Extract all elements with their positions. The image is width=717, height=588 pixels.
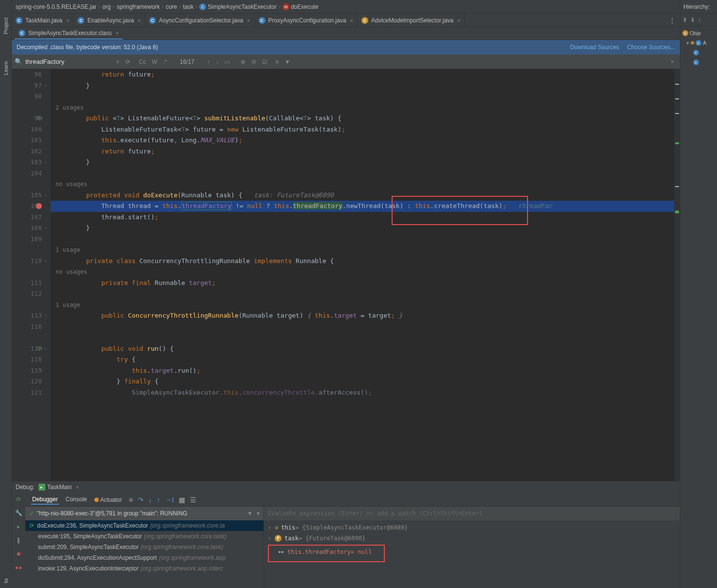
remove-selection-icon[interactable]: ⊖ bbox=[251, 58, 256, 65]
fold-icon[interactable]: ⌐ bbox=[45, 343, 47, 355]
tabs-more-icon[interactable]: ⋮ bbox=[664, 17, 680, 24]
tree-row[interactable]: ▾ ✱ C A bbox=[682, 38, 715, 48]
filter-icon[interactable]: ▼ bbox=[247, 510, 253, 517]
tab-advicemode[interactable]: C AdviceModeImportSelector.java × bbox=[358, 14, 465, 27]
breadcrumb-part[interactable]: task bbox=[183, 3, 193, 10]
fold-icon[interactable]: ⌐ bbox=[45, 80, 47, 92]
threads-icon[interactable]: ≡ bbox=[129, 496, 132, 504]
download-sources-link[interactable]: Download Sources bbox=[570, 44, 620, 51]
search-input[interactable] bbox=[25, 58, 113, 65]
usages-hint[interactable]: 2 usages bbox=[51, 102, 674, 114]
tab-asyncconfigselector[interactable]: C AsyncConfigurationSelector.java × bbox=[145, 14, 254, 27]
debug-run-tab[interactable]: ▸ TaskMain × bbox=[38, 484, 79, 491]
expand-icon[interactable]: › bbox=[268, 524, 273, 531]
words-toggle[interactable]: W bbox=[152, 58, 157, 65]
toggle-icon[interactable]: ≡ bbox=[275, 58, 279, 65]
filter-icon[interactable]: ▼ bbox=[284, 58, 290, 65]
step-over-icon[interactable]: ↷ bbox=[138, 496, 144, 504]
tree-row[interactable]: C Obje bbox=[682, 28, 715, 38]
tree-row[interactable]: C bbox=[682, 48, 715, 57]
fold-icon[interactable]: ⌐ bbox=[45, 256, 47, 267]
usages-hint[interactable]: no usages bbox=[51, 179, 674, 190]
frame-row[interactable]: submit:209, SimpleAsyncTaskExecutor (org… bbox=[25, 542, 264, 552]
history-icon[interactable]: ⟳ bbox=[125, 58, 130, 65]
override-icon[interactable]: O↑ bbox=[37, 343, 43, 355]
step-into-icon[interactable]: ↓ bbox=[149, 496, 152, 504]
more-icon[interactable]: ☰ bbox=[190, 496, 196, 504]
fold-icon[interactable]: ⌐ bbox=[45, 157, 47, 168]
evaluate-icon[interactable]: ▦ bbox=[179, 496, 185, 504]
select-all-icon[interactable]: ▭ bbox=[225, 58, 230, 65]
close-icon[interactable]: × bbox=[138, 18, 141, 23]
tab-taskmain[interactable]: C TaskMain.java × bbox=[12, 14, 74, 27]
stop-icon[interactable]: ■ bbox=[14, 550, 23, 558]
class-icon: C bbox=[259, 17, 265, 24]
frame-row[interactable]: doSubmit:284, AsyncExecutionAspectSuppor… bbox=[25, 552, 264, 563]
breakpoint-icon[interactable] bbox=[36, 203, 42, 209]
actuator-tab[interactable]: ⬢ Actuator bbox=[94, 496, 122, 503]
evaluate-input[interactable]: Evaluate expression (Enter) or add a wat… bbox=[264, 507, 680, 520]
frame-row[interactable]: execute:195, SimpleAsyncTaskExecutor (or… bbox=[25, 531, 264, 542]
step-out-icon[interactable]: ↑ bbox=[157, 496, 160, 504]
resume-icon[interactable]: ▸ bbox=[14, 522, 23, 531]
frame-row[interactable]: ⟳ doExecute:236, SimpleAsyncTaskExecutor… bbox=[25, 520, 264, 531]
override-icon[interactable]: O↑ bbox=[37, 113, 43, 124]
regex-toggle[interactable]: .* bbox=[163, 58, 167, 65]
close-icon[interactable]: × bbox=[350, 18, 353, 23]
variable-row[interactable]: › ≡ this = {SimpleAsyncTaskExecutor@6089… bbox=[268, 522, 676, 533]
bottom-sidebar-label[interactable]: ks bbox=[3, 578, 9, 583]
select-occurrences-icon[interactable]: ☑ bbox=[262, 58, 267, 65]
search-icon[interactable]: 🔍 bbox=[15, 58, 22, 65]
run-to-cursor-icon[interactable]: →I bbox=[165, 496, 174, 504]
console-tab[interactable]: Console bbox=[65, 495, 88, 505]
subtypes-icon[interactable]: ⬇ bbox=[690, 17, 695, 23]
code-editor[interactable]: 96 ⌐97 98 O↑99 100 101 102 ⌐103 104 ⌐105… bbox=[12, 69, 680, 481]
breadcrumb-part[interactable]: org bbox=[102, 3, 111, 10]
breadcrumb-method[interactable]: doExecute bbox=[291, 3, 319, 10]
tab-proxyasyncconfig[interactable]: C ProxyAsyncConfiguration.java × bbox=[255, 14, 358, 27]
code-body[interactable]: return future; } 2 usages public <T> Lis… bbox=[51, 69, 674, 481]
debugger-tab[interactable]: Debugger bbox=[31, 495, 59, 505]
tree-row[interactable]: C bbox=[682, 57, 715, 67]
add-selection-icon[interactable]: ⊕ bbox=[241, 58, 245, 65]
class-hierarchy-icon[interactable]: ⬆ bbox=[682, 17, 687, 23]
rerun-icon[interactable]: ⟳ bbox=[14, 495, 23, 504]
clear-search-icon[interactable]: × bbox=[116, 58, 119, 65]
frame-row[interactable]: invoke:129, AsyncExecutionInterceptor (o… bbox=[25, 563, 264, 574]
thread-selector[interactable]: ✓ "http-nio-8080-exec-3"@5,791 in group … bbox=[25, 507, 264, 520]
fold-icon[interactable]: ⌐ bbox=[45, 310, 47, 322]
match-case-toggle[interactable]: Cc bbox=[139, 58, 146, 65]
fold-icon[interactable]: ⌐ bbox=[45, 190, 47, 201]
tab-enableasync[interactable]: C EnableAsync.java × bbox=[74, 14, 145, 27]
breakpoints-icon[interactable]: ●● bbox=[14, 563, 23, 572]
close-icon[interactable]: × bbox=[75, 484, 78, 490]
close-icon[interactable]: × bbox=[66, 18, 69, 23]
choose-sources-link[interactable]: Choose Sources... bbox=[627, 44, 675, 51]
close-icon[interactable]: × bbox=[457, 18, 460, 23]
expand-icon[interactable]: ▾ bbox=[686, 40, 689, 46]
prev-match-icon[interactable]: ↑ bbox=[207, 58, 210, 65]
supertypes-icon[interactable]: ↕ bbox=[698, 17, 701, 23]
overview-ruler[interactable] bbox=[674, 69, 680, 481]
close-icon[interactable]: × bbox=[247, 18, 250, 23]
tab-simpleasync[interactable]: C SimpleAsyncTaskExecutor.class × bbox=[15, 27, 123, 39]
expand-icon[interactable]: › bbox=[268, 535, 273, 542]
pause-icon[interactable]: ∥ bbox=[14, 536, 23, 545]
usages-hint[interactable]: no usages bbox=[51, 266, 674, 278]
usages-hint[interactable]: 1 usage bbox=[51, 245, 674, 256]
breadcrumb-jar[interactable]: spring-core-5.0.5.RELEASE.jar bbox=[16, 3, 96, 10]
variable-row[interactable]: › P task = {FutureTask@6090} bbox=[268, 533, 676, 544]
sidebar-project-label[interactable]: Project bbox=[3, 18, 9, 34]
breadcrumb-part[interactable]: springframework bbox=[116, 3, 160, 10]
settings-icon[interactable]: 🔧 bbox=[14, 509, 23, 517]
fold-icon[interactable]: ⌐ bbox=[45, 223, 47, 234]
dropdown-icon[interactable]: ▾ bbox=[257, 510, 260, 517]
close-icon[interactable]: × bbox=[115, 30, 118, 36]
next-match-icon[interactable]: ↓ bbox=[216, 58, 219, 65]
breadcrumb-class[interactable]: SimpleAsyncTaskExecutor bbox=[208, 3, 276, 10]
close-search-icon[interactable]: × bbox=[671, 58, 677, 65]
sidebar-learn-label[interactable]: Learn bbox=[3, 61, 9, 75]
watch-row[interactable]: 👓 this.threadFactory = null bbox=[271, 547, 382, 557]
usages-hint[interactable]: 1 usage bbox=[51, 300, 674, 311]
breadcrumb-part[interactable]: core bbox=[166, 3, 177, 10]
